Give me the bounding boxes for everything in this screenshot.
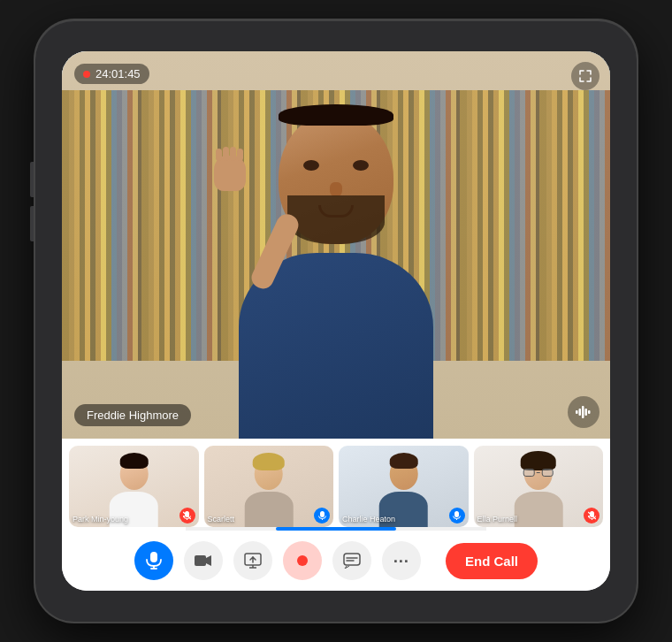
park-name: Park Min-young <box>73 515 128 524</box>
call-timer: 24:01:45 <box>74 64 149 84</box>
main-video-area: 24:01:45 Freddie Highmore <box>62 51 610 439</box>
main-speaker-name: Freddie Highmore <box>74 404 191 426</box>
svg-rect-4 <box>588 410 591 414</box>
record-button[interactable] <box>283 541 322 580</box>
scarlett-name: Scarlett <box>208 515 235 524</box>
svg-rect-1 <box>579 409 582 416</box>
svg-point-25 <box>297 555 308 566</box>
tablet-device: 24:01:45 Freddie Highmore <box>35 20 637 622</box>
thumbnails-row: Park Min-young Scarlett <box>62 439 610 527</box>
svg-rect-26 <box>344 554 360 565</box>
thumbnail-scarlett[interactable]: Scarlett <box>204 446 334 527</box>
svg-rect-0 <box>576 410 578 414</box>
video-background <box>62 51 610 439</box>
thumbnail-charlie[interactable]: Charlie Heaton <box>339 446 469 527</box>
ella-name: Ella Purnell <box>477 515 518 524</box>
thumbnail-park[interactable]: Park Min-young <box>69 446 199 527</box>
recording-dot <box>83 71 90 78</box>
svg-rect-9 <box>320 511 325 517</box>
charlie-mic-badge <box>449 508 465 524</box>
ella-mic-badge <box>584 508 599 524</box>
screen-share-button[interactable] <box>233 541 272 580</box>
charlie-name: Charlie Heaton <box>342 515 395 524</box>
controls-bar: ⋯ End Call <box>62 531 610 591</box>
audio-waves-button[interactable] <box>568 396 599 428</box>
scarlett-mic-badge <box>314 508 330 524</box>
thumbnail-ella[interactable]: Ella Purnell <box>474 446 604 527</box>
camera-button[interactable] <box>184 541 223 580</box>
scarlett-figure <box>223 458 314 527</box>
speaker-hand <box>214 156 246 191</box>
chat-button[interactable] <box>332 541 371 580</box>
tablet-screen: 24:01:45 Freddie Highmore <box>62 51 610 591</box>
svg-rect-3 <box>585 409 588 416</box>
mic-button[interactable] <box>134 541 173 580</box>
fullscreen-button[interactable] <box>571 62 599 90</box>
end-call-button[interactable]: End Call <box>446 543 538 579</box>
main-speaker-figure <box>203 103 469 439</box>
park-mic-badge <box>179 508 195 524</box>
more-button[interactable]: ⋯ <box>382 541 421 580</box>
svg-rect-17 <box>150 552 157 562</box>
svg-rect-11 <box>454 511 459 517</box>
svg-rect-20 <box>195 555 206 566</box>
svg-rect-2 <box>582 406 584 418</box>
